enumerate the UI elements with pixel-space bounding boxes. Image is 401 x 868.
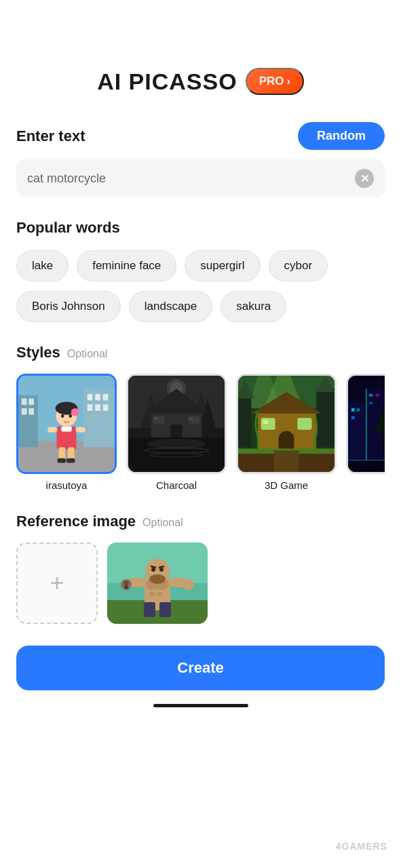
svg-rect-6 bbox=[28, 408, 34, 415]
svg-rect-106 bbox=[159, 602, 171, 617]
styles-optional-label: Optional bbox=[67, 348, 108, 360]
clear-input-button[interactable]: ✕ bbox=[355, 169, 374, 188]
svg-point-16 bbox=[71, 408, 79, 416]
app-title: AI PICASSO bbox=[97, 68, 237, 95]
reference-image-header: Reference image Optional bbox=[16, 513, 385, 530]
text-input[interactable] bbox=[27, 172, 355, 186]
word-chip-landscape[interactable]: landscape bbox=[129, 291, 213, 322]
pro-badge-button[interactable]: PRO › bbox=[246, 68, 304, 95]
reference-image-title: Reference image bbox=[16, 513, 136, 530]
svg-rect-93 bbox=[149, 592, 155, 596]
svg-rect-22 bbox=[61, 427, 71, 432]
svg-rect-60 bbox=[263, 420, 268, 424]
svg-rect-52 bbox=[316, 389, 335, 447]
style-name-cyber: Cybe bbox=[346, 479, 385, 491]
svg-rect-25 bbox=[58, 458, 66, 463]
svg-rect-36 bbox=[170, 425, 182, 437]
style-img-charcoal bbox=[126, 374, 227, 474]
app-header: AI PICASSO PRO › bbox=[16, 68, 385, 95]
style-name-irasutoya: irasutoya bbox=[16, 479, 117, 491]
svg-point-96 bbox=[149, 574, 166, 584]
svg-point-104 bbox=[183, 579, 194, 590]
enter-text-header: Enter text Random bbox=[16, 122, 385, 150]
svg-rect-39 bbox=[154, 417, 158, 420]
svg-rect-20 bbox=[47, 427, 57, 433]
style-name-charcoal: Charcoal bbox=[126, 479, 227, 491]
word-chip-boris-johnson[interactable]: Boris Johnson bbox=[16, 291, 121, 322]
reference-image-card[interactable] bbox=[107, 542, 208, 624]
svg-rect-11 bbox=[88, 404, 93, 411]
svg-rect-26 bbox=[66, 458, 75, 463]
svg-rect-105 bbox=[144, 602, 155, 617]
word-chips-row2: Boris Johnson landscape sakura bbox=[16, 291, 385, 322]
reference-image-optional: Optional bbox=[142, 517, 183, 529]
style-img-cyber bbox=[346, 374, 385, 474]
svg-rect-4 bbox=[28, 399, 34, 406]
svg-point-18 bbox=[69, 414, 72, 418]
svg-rect-73 bbox=[375, 394, 379, 397]
svg-rect-13 bbox=[103, 404, 109, 411]
svg-rect-79 bbox=[348, 460, 385, 472]
svg-rect-72 bbox=[369, 394, 373, 397]
svg-point-98 bbox=[159, 568, 164, 572]
random-button[interactable]: Random bbox=[298, 122, 385, 150]
add-icon: + bbox=[50, 569, 64, 597]
popular-words-title: Popular words bbox=[16, 219, 385, 237]
style-name-3dgame: 3D Game bbox=[236, 479, 337, 491]
styles-title: Styles bbox=[16, 344, 60, 361]
create-button[interactable]: Create bbox=[16, 646, 385, 690]
styles-header: Styles Optional bbox=[16, 344, 385, 361]
svg-rect-67 bbox=[356, 408, 360, 412]
style-card-irasutoya[interactable]: irasutoya bbox=[16, 374, 117, 491]
word-chip-lake[interactable]: lake bbox=[16, 250, 69, 281]
svg-rect-51 bbox=[238, 395, 251, 448]
svg-rect-74 bbox=[369, 401, 373, 404]
word-chip-supergirl[interactable]: supergirl bbox=[185, 250, 260, 281]
style-img-irasutoya bbox=[16, 374, 117, 474]
popular-words-section: Popular words lake feminine face supergi… bbox=[16, 219, 385, 322]
word-chips-row1: lake feminine face supergirl cybor bbox=[16, 250, 401, 291]
svg-rect-66 bbox=[351, 408, 355, 412]
svg-rect-21 bbox=[75, 427, 85, 433]
svg-rect-2 bbox=[18, 395, 38, 448]
watermark: 4GAMERS bbox=[336, 841, 387, 852]
text-input-wrapper: ✕ bbox=[16, 159, 385, 197]
svg-rect-63 bbox=[274, 450, 299, 472]
svg-rect-40 bbox=[189, 417, 193, 420]
svg-point-17 bbox=[61, 414, 64, 418]
style-card-charcoal[interactable]: Charcoal bbox=[126, 374, 227, 491]
svg-rect-68 bbox=[351, 416, 355, 419]
add-reference-image-button[interactable]: + bbox=[16, 542, 98, 624]
word-chip-cybor[interactable]: cybor bbox=[269, 250, 328, 281]
word-chip-feminine-face[interactable]: feminine face bbox=[77, 250, 176, 281]
svg-rect-10 bbox=[103, 394, 109, 401]
svg-rect-8 bbox=[88, 394, 93, 401]
svg-point-107 bbox=[123, 580, 129, 586]
svg-rect-12 bbox=[95, 404, 100, 411]
svg-rect-5 bbox=[22, 408, 27, 415]
svg-rect-94 bbox=[157, 592, 162, 596]
svg-rect-37 bbox=[153, 416, 164, 424]
styles-list: irasutoya bbox=[16, 374, 385, 491]
enter-text-label: Enter text bbox=[16, 127, 85, 145]
word-chip-sakura[interactable]: sakura bbox=[221, 291, 286, 322]
svg-rect-3 bbox=[22, 399, 27, 406]
svg-rect-38 bbox=[188, 416, 199, 424]
style-img-3dgame bbox=[236, 374, 337, 474]
bottom-bar bbox=[16, 704, 385, 721]
style-card-cyber[interactable]: Cybe bbox=[346, 374, 385, 491]
reference-images-row: + bbox=[16, 542, 385, 624]
style-card-3dgame[interactable]: 3D Game bbox=[236, 374, 337, 491]
svg-rect-59 bbox=[297, 418, 311, 429]
home-indicator bbox=[153, 704, 248, 707]
svg-point-97 bbox=[151, 568, 155, 572]
svg-point-108 bbox=[124, 585, 128, 589]
svg-rect-9 bbox=[95, 394, 100, 401]
